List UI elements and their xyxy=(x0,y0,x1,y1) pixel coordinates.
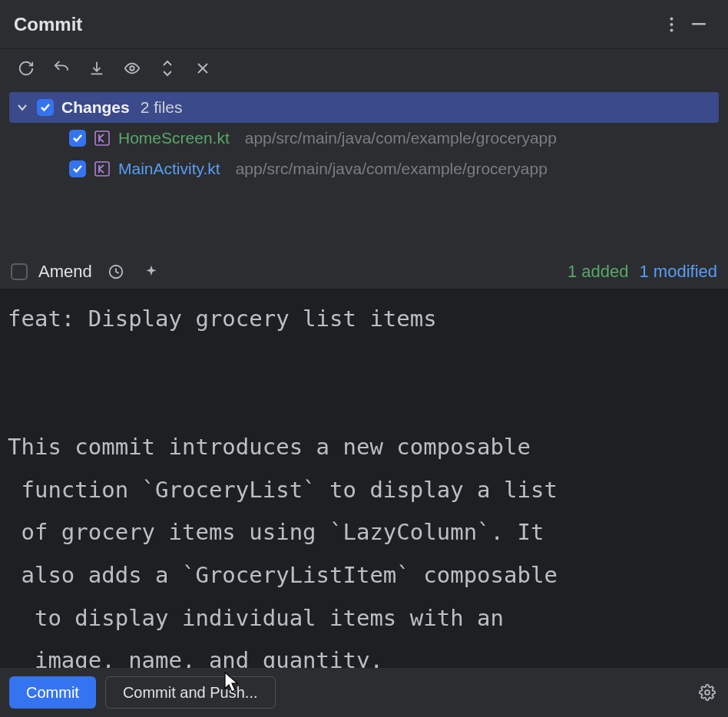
expand-collapse-button[interactable] xyxy=(157,58,178,79)
svg-point-10 xyxy=(705,690,710,695)
history-icon xyxy=(108,263,124,280)
changes-group-header[interactable]: Changes 2 files xyxy=(9,92,719,123)
ai-generate-button[interactable] xyxy=(140,260,163,283)
more-options-button[interactable] xyxy=(657,11,685,38)
changes-group-count: 2 files xyxy=(141,98,183,117)
file-path: app/src/main/java/com/example/groceryapp xyxy=(245,129,557,147)
changes-group-checkbox[interactable] xyxy=(37,99,54,116)
rollback-button[interactable] xyxy=(51,58,72,79)
svg-point-1 xyxy=(670,23,673,26)
svg-point-0 xyxy=(670,17,673,20)
file-checkbox[interactable] xyxy=(69,160,86,177)
svg-point-4 xyxy=(130,66,134,71)
more-vertical-icon xyxy=(670,17,673,32)
commit-and-push-button[interactable]: Commit and Push... xyxy=(105,676,276,709)
changes-list: Changes 2 files HomeScreen.kt app/src/ma… xyxy=(0,88,728,192)
file-name: HomeScreen.kt xyxy=(118,129,230,147)
titlebar: Commit xyxy=(0,0,728,49)
changes-toolbar xyxy=(0,49,728,88)
gear-icon xyxy=(699,684,716,701)
file-row[interactable]: HomeScreen.kt app/src/main/java/com/exam… xyxy=(9,123,719,154)
history-button[interactable] xyxy=(104,260,127,283)
svg-point-2 xyxy=(670,28,673,31)
svg-rect-3 xyxy=(692,23,706,25)
svg-rect-7 xyxy=(95,131,109,145)
file-checkbox[interactable] xyxy=(69,130,86,147)
commit-footer: Commit Commit and Push... xyxy=(0,668,728,717)
file-path: app/src/main/java/com/example/groceryapp xyxy=(236,160,548,178)
refresh-button[interactable] xyxy=(15,58,37,79)
commit-button[interactable]: Commit xyxy=(9,676,96,709)
commit-message-input[interactable]: feat: Display grocery list items This co… xyxy=(0,289,728,668)
status-modified: 1 modified xyxy=(639,262,717,282)
file-row[interactable]: MainActivity.kt app/src/main/java/com/ex… xyxy=(9,154,719,184)
group-by-button[interactable] xyxy=(192,58,213,79)
show-diff-button[interactable] xyxy=(121,58,143,79)
minimize-icon xyxy=(692,23,706,25)
eye-icon xyxy=(122,60,142,77)
refresh-icon xyxy=(18,60,35,77)
commit-options-row: Amend 1 added 1 modified xyxy=(0,255,728,289)
undo-icon xyxy=(52,60,71,77)
file-name: MainActivity.kt xyxy=(118,160,220,178)
chevron-down-icon[interactable] xyxy=(15,104,29,111)
changes-group-label: Changes xyxy=(61,98,130,117)
download-icon xyxy=(88,60,105,77)
amend-checkbox[interactable] xyxy=(11,263,28,280)
panel-title: Commit xyxy=(14,14,82,35)
sparkle-icon xyxy=(144,264,159,279)
svg-rect-8 xyxy=(95,162,109,176)
amend-label: Amend xyxy=(38,262,92,282)
group-by-icon xyxy=(195,61,210,76)
status-added: 1 added xyxy=(568,262,629,282)
minimize-button[interactable] xyxy=(685,11,713,38)
commit-settings-button[interactable] xyxy=(696,681,719,704)
kotlin-file-icon xyxy=(94,160,111,177)
expand-icon xyxy=(161,60,174,77)
kotlin-file-icon xyxy=(94,130,111,147)
shelve-button[interactable] xyxy=(86,58,108,79)
